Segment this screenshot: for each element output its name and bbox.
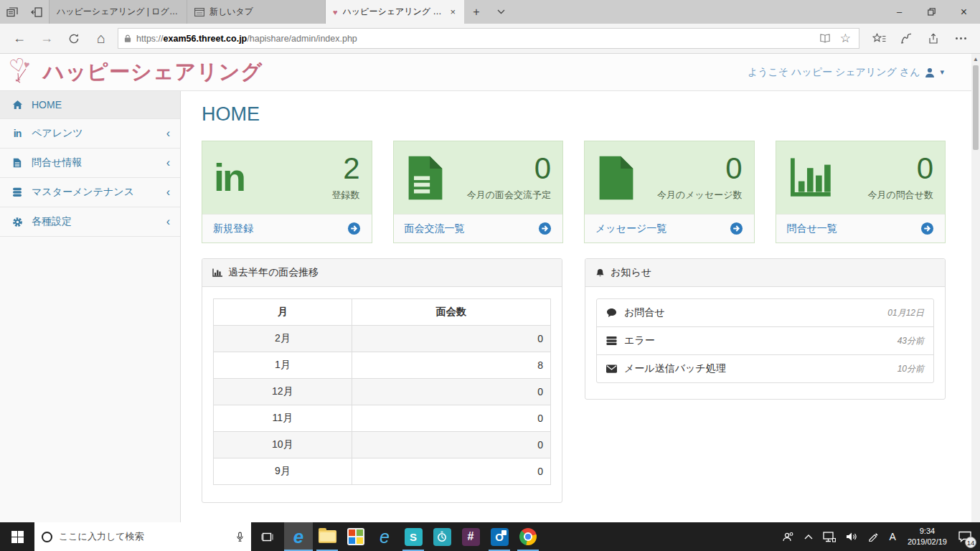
browser-tab-newtab[interactable]: 新しいタブ: [187, 0, 326, 24]
network-icon[interactable]: [818, 522, 841, 551]
sidebar-item-parents[interactable]: in ペアレンツ ‹: [0, 119, 180, 149]
web-note-pen-icon[interactable]: [892, 26, 920, 52]
arrow-circle-right-icon[interactable]: [730, 222, 743, 235]
url-domain: exam56.threet.co.jp: [164, 34, 248, 44]
browser-tab-login[interactable]: ハッピーシェアリング | ログイン: [49, 0, 187, 24]
action-center-icon[interactable]: 14: [953, 522, 980, 551]
taskbar-app-edge[interactable]: e: [284, 522, 313, 551]
tab-close-icon[interactable]: ×: [448, 6, 457, 17]
page-body: HOME in ペアレンツ ‹ 問合せ情報 ‹ マスターメンテナンス ‹: [0, 91, 980, 522]
task-view-icon[interactable]: [251, 522, 284, 551]
taskbar-app-internet-explorer[interactable]: e: [370, 522, 399, 551]
user-menu[interactable]: ようこそ ハッピー シェアリング さん ▾: [748, 66, 961, 79]
taskbar-app-outlook[interactable]: O: [485, 522, 514, 551]
taskbar-app-store[interactable]: [341, 522, 370, 551]
restore-button[interactable]: [915, 0, 948, 24]
month-cell: 2月: [214, 326, 352, 352]
notice-item-mail-batch[interactable]: メール送信バッチ処理 10分前: [597, 355, 933, 382]
site-favicon-heart-icon: ♥: [333, 8, 338, 17]
tray-chevron-up-icon[interactable]: [799, 522, 818, 551]
page-scrollbar[interactable]: ▲: [971, 54, 980, 522]
people-icon[interactable]: [777, 522, 799, 551]
pen-input-icon[interactable]: [862, 522, 884, 551]
visits-table: 月 面会数 2月0 1月8 12月0 11月0 10月0 9月0: [213, 298, 551, 485]
taskbar-app-file-explorer[interactable]: [313, 522, 341, 551]
start-button[interactable]: [0, 522, 34, 551]
sidebar-item-master-maintenance[interactable]: マスターメンテナンス ‹: [0, 178, 180, 207]
arrow-circle-right-icon[interactable]: [538, 222, 552, 235]
month-cell: 12月: [214, 379, 352, 405]
scroll-up-icon[interactable]: ▲: [973, 54, 979, 62]
chrome-icon: [519, 528, 537, 545]
outlook-icon: O: [491, 528, 509, 546]
taskbar-app-s-tool[interactable]: S: [399, 522, 428, 551]
stat-card-footer[interactable]: 問合せ一覧: [776, 214, 946, 242]
taskbar-search-input[interactable]: ここに入力して検索: [34, 522, 251, 551]
add-favorite-star-icon[interactable]: ☆: [838, 31, 853, 46]
browser-toolbar: ← → ⌂ https://exam56.threet.co.jp/hapish…: [0, 24, 980, 54]
notice-item-inquiry[interactable]: お問合せ 01月12日: [597, 299, 933, 327]
card-footer-link[interactable]: 面会交流一覧: [405, 222, 465, 235]
url-scheme: https://: [136, 34, 164, 44]
back-icon[interactable]: ←: [6, 26, 33, 52]
card-footer-link[interactable]: 問合せ一覧: [787, 222, 837, 235]
taskbar-clock[interactable]: 9:34 2019/02/19: [902, 522, 953, 551]
sidebar-item-home[interactable]: HOME: [0, 91, 180, 119]
favorites-hub-icon[interactable]: [865, 26, 892, 52]
bell-icon: [595, 268, 605, 278]
linkedin-in-icon: in: [10, 128, 24, 139]
arrow-circle-right-icon[interactable]: [347, 222, 361, 235]
slack-icon: #: [462, 528, 480, 546]
settings-more-icon[interactable]: [947, 26, 974, 52]
site-logo[interactable]: ♡♥ ハッピーシェアリング: [9, 57, 263, 88]
site-logo-text: ハッピーシェアリング: [43, 58, 263, 87]
stat-value: 0: [657, 154, 743, 184]
address-bar[interactable]: https://exam56.threet.co.jp/hapishare/ad…: [118, 28, 859, 49]
stat-card-footer[interactable]: メッセージ一覧: [585, 214, 754, 242]
clock-time: 9:34: [920, 526, 935, 537]
refresh-icon[interactable]: [60, 26, 88, 52]
chevron-left-icon: ‹: [166, 156, 170, 169]
ime-indicator[interactable]: A: [884, 522, 902, 551]
s-app-icon: S: [405, 528, 423, 546]
reading-view-icon[interactable]: [817, 34, 833, 43]
stat-card-registrations: in 2 登録数 新規登録: [202, 141, 372, 243]
site-header: ♡♥ ハッピーシェアリング ようこそ ハッピー シェアリング さん ▾: [0, 54, 980, 91]
set-tabs-aside-icon[interactable]: [24, 0, 49, 24]
sidebar-item-inquiry-info[interactable]: 問合せ情報 ‹: [0, 149, 180, 178]
stat-card-footer[interactable]: 面会交流一覧: [394, 214, 563, 242]
volume-icon[interactable]: [841, 522, 862, 551]
browser-tab-bar: ハッピーシェアリング | ログイン 新しいタブ ♥ ハッピーシェアリング | ト…: [0, 0, 980, 24]
url-text[interactable]: https://exam56.threet.co.jp/hapishare/ad…: [136, 34, 812, 44]
sidebar-item-settings[interactable]: 各種設定 ‹: [0, 207, 180, 237]
new-tab-button[interactable]: +: [464, 0, 489, 24]
forward-icon[interactable]: →: [33, 26, 60, 52]
browser-tab-top-active[interactable]: ♥ ハッピーシェアリング | トップ ×: [326, 0, 464, 24]
notice-time: 10分前: [897, 363, 924, 375]
count-cell: 0: [352, 326, 550, 352]
card-footer-link[interactable]: 新規登録: [213, 222, 253, 235]
notice-time: 43分前: [897, 335, 924, 347]
home-icon[interactable]: ⌂: [88, 26, 115, 52]
taskbar-app-slack[interactable]: #: [456, 522, 485, 551]
arrow-circle-right-icon[interactable]: [920, 222, 934, 235]
share-icon[interactable]: [920, 26, 947, 52]
clock-date: 2019/02/19: [908, 537, 947, 547]
heart-balloon-logo-icon: ♡♥: [9, 57, 40, 88]
close-window-button[interactable]: ×: [948, 0, 980, 24]
scrollbar-thumb[interactable]: [973, 65, 979, 150]
count-cell: 8: [352, 352, 550, 379]
stat-value: 0: [467, 154, 551, 184]
table-row: 2月0: [214, 326, 551, 352]
taskbar-app-chrome[interactable]: [514, 522, 542, 551]
taskbar-app-timer[interactable]: [428, 522, 456, 551]
tab-list-dropdown-icon[interactable]: [489, 0, 513, 24]
stat-card-footer[interactable]: 新規登録: [202, 214, 372, 242]
stat-value: 0: [867, 154, 933, 184]
notice-item-error[interactable]: エラー 43分前: [597, 327, 933, 355]
tab-preview-icon[interactable]: [0, 0, 24, 24]
sidebar-item-label: ペアレンツ: [32, 127, 83, 140]
microphone-icon[interactable]: [236, 532, 244, 542]
minimize-button[interactable]: –: [883, 0, 915, 24]
card-footer-link[interactable]: メッセージ一覧: [595, 222, 666, 235]
